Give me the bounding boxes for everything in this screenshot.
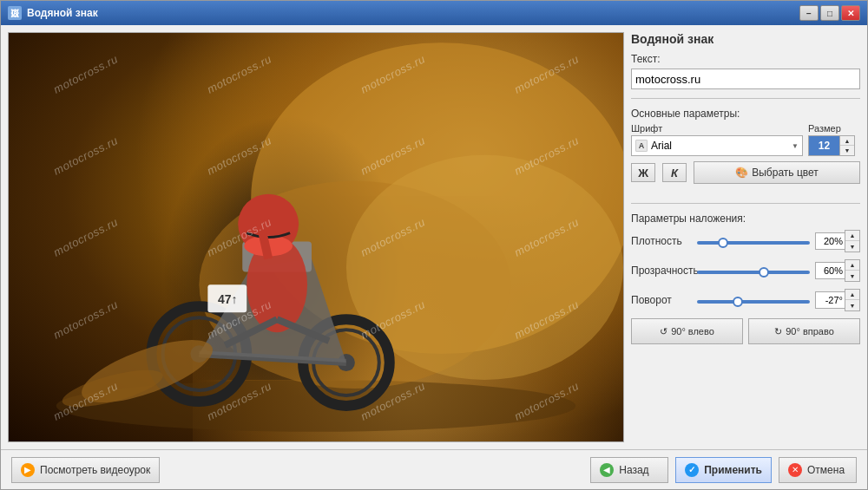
italic-button[interactable]: К xyxy=(662,163,687,182)
palette-icon: 🎨 xyxy=(735,167,748,179)
apply-button[interactable]: ✓ Применить xyxy=(675,457,772,483)
style-row: Ж К 🎨 Выбрать цвет xyxy=(631,161,860,184)
rotation-up-button[interactable]: ▲ xyxy=(845,290,859,300)
size-label: Размер xyxy=(808,123,860,134)
font-value: Arial xyxy=(651,140,788,152)
transparency-value: 60% xyxy=(815,262,845,279)
density-row: Плотность 20% ▲ ▼ xyxy=(631,230,860,252)
size-spinner: ▲ ▼ xyxy=(839,135,855,156)
blend-label: Параметры наложения: xyxy=(631,212,860,225)
rotate-right-button[interactable]: ↻ 90° вправо xyxy=(748,318,860,344)
svg-text:47↑: 47↑ xyxy=(218,292,238,306)
back-label: Назад xyxy=(619,464,648,476)
text-input[interactable] xyxy=(631,69,860,89)
rotation-spinner: ▲ ▼ xyxy=(845,289,860,311)
density-slider[interactable] xyxy=(697,241,810,245)
size-down-button[interactable]: ▼ xyxy=(840,146,854,155)
bottom-bar: ▶ Посмотреть видеоурок ◀ Назад ✓ Примени… xyxy=(1,449,867,489)
basic-params: Основные параметры: Шрифт A Arial ▼ Разм… xyxy=(631,108,860,191)
rotation-row: Поворот -27° ▲ ▼ xyxy=(631,289,860,311)
density-value-wrap: 20% ▲ ▼ xyxy=(815,230,860,252)
rider-svg: 47↑ xyxy=(9,33,623,441)
close-button[interactable]: ✕ xyxy=(841,5,860,21)
rotation-down-button[interactable]: ▼ xyxy=(845,300,859,310)
color-btn-label: Выбрать цвет xyxy=(752,167,819,179)
transparency-up-button[interactable]: ▲ xyxy=(845,260,859,271)
size-input[interactable] xyxy=(808,135,839,156)
blend-section: Параметры наложения: Плотность 20% ▲ ▼ xyxy=(631,212,860,351)
rotate-left-label: 90° влево xyxy=(671,326,714,336)
image-panel: 47↑ motocross.ru motocross.ru motocross.… xyxy=(8,32,624,442)
maximize-button[interactable]: □ xyxy=(820,5,839,21)
window-title: Водяной знак xyxy=(27,7,799,19)
density-slider-wrap xyxy=(697,235,810,247)
rotate-right-label: 90° вправо xyxy=(786,326,834,336)
video-tutorial-button[interactable]: ▶ Посмотреть видеоурок xyxy=(11,457,160,483)
transparency-slider-wrap xyxy=(697,265,810,277)
back-button[interactable]: ◀ Назад xyxy=(590,457,668,483)
rotate-buttons: ↺ 90° влево ↻ 90° вправо xyxy=(631,318,860,344)
main-content: 47↑ motocross.ru motocross.ru motocross.… xyxy=(1,25,867,449)
basic-params-label: Основные параметры: xyxy=(631,108,860,120)
image-background: 47↑ motocross.ru motocross.ru motocross.… xyxy=(9,33,623,441)
font-icon: A xyxy=(635,140,648,152)
rotation-slider-wrap xyxy=(697,294,810,306)
section-title: Водяной знак xyxy=(631,32,860,46)
apply-label: Применить xyxy=(704,464,762,476)
video-label: Посмотреть видеоурок xyxy=(40,464,150,476)
titlebar-buttons: − □ ✕ xyxy=(799,5,860,21)
rotate-left-button[interactable]: ↺ 90° влево xyxy=(631,318,743,344)
back-icon: ◀ xyxy=(600,463,614,477)
size-up-button[interactable]: ▲ xyxy=(840,136,854,146)
color-button[interactable]: 🎨 Выбрать цвет xyxy=(694,161,860,184)
text-label: Текст: xyxy=(631,53,860,65)
transparency-down-button[interactable]: ▼ xyxy=(845,271,859,281)
rotation-slider[interactable] xyxy=(697,300,810,304)
titlebar: 🖼 Водяной знак − □ ✕ xyxy=(1,1,867,25)
rotation-value-wrap: -27° ▲ ▼ xyxy=(815,289,860,311)
transparency-slider[interactable] xyxy=(697,271,810,274)
cancel-label: Отмена xyxy=(807,464,845,476)
rotation-value: -27° xyxy=(815,291,845,309)
cancel-button[interactable]: ✕ Отмена xyxy=(779,457,857,483)
font-select-wrap: Шрифт A Arial ▼ xyxy=(631,123,803,156)
density-up-button[interactable]: ▲ xyxy=(845,231,859,241)
size-input-wrap: ▲ ▼ xyxy=(808,135,860,156)
density-down-button[interactable]: ▼ xyxy=(845,241,859,252)
cancel-icon: ✕ xyxy=(788,463,802,477)
rotation-label: Поворот xyxy=(631,294,692,306)
size-wrap: Размер ▲ ▼ xyxy=(808,123,860,156)
density-label: Плотность xyxy=(631,235,692,247)
transparency-value-wrap: 60% ▲ ▼ xyxy=(815,259,860,282)
transparency-label: Прозрачность xyxy=(631,265,692,277)
video-icon: ▶ xyxy=(21,463,35,477)
font-row: Шрифт A Arial ▼ Размер ▲ xyxy=(631,123,860,156)
rotate-right-icon: ↻ xyxy=(774,326,782,337)
divider-1 xyxy=(631,98,860,99)
font-label: Шрифт xyxy=(631,123,803,134)
right-panel: Водяной знак Текст: Основные параметры: … xyxy=(631,32,860,442)
rotate-left-icon: ↺ xyxy=(660,326,667,337)
transparency-spinner: ▲ ▼ xyxy=(845,259,860,282)
divider-2 xyxy=(631,203,860,204)
transparency-row: Прозрачность 60% ▲ ▼ xyxy=(631,259,860,282)
minimize-button[interactable]: − xyxy=(799,5,819,21)
font-dropdown-arrow: ▼ xyxy=(792,142,799,150)
apply-icon: ✓ xyxy=(685,463,699,477)
density-spinner: ▲ ▼ xyxy=(845,230,860,252)
font-dropdown[interactable]: A Arial ▼ xyxy=(631,135,803,156)
density-value: 20% xyxy=(815,232,845,250)
bold-button[interactable]: Ж xyxy=(631,163,655,182)
main-window: 🖼 Водяной знак − □ ✕ xyxy=(0,0,868,490)
app-icon: 🖼 xyxy=(8,6,22,20)
